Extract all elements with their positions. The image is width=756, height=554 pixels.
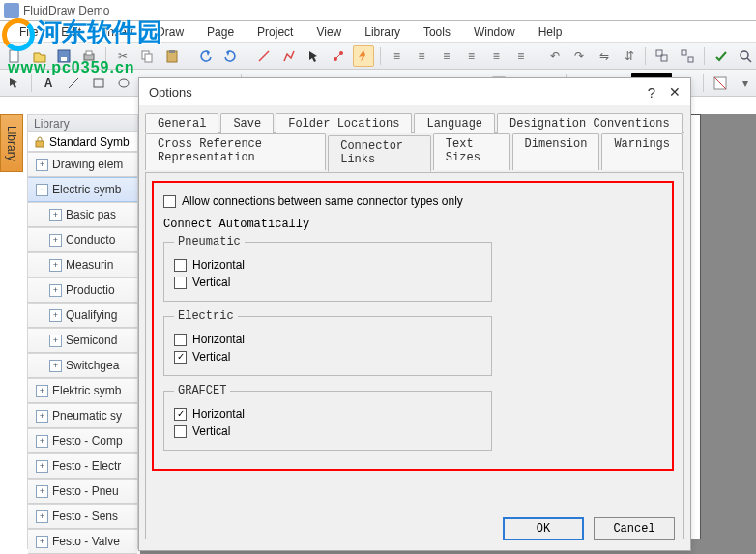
align-right-button[interactable]: ≡ xyxy=(436,45,457,67)
expand-icon[interactable]: + xyxy=(36,435,48,448)
menu-library[interactable]: Library xyxy=(353,25,412,39)
flip-v-button[interactable]: ⇵ xyxy=(619,45,640,67)
grafcet-horizontal-checkbox[interactable]: Horizontal xyxy=(174,407,481,421)
pneumatic-horizontal-label: Horizontal xyxy=(192,258,245,272)
tab-designation-conventions[interactable]: Designation Conventions xyxy=(497,113,683,133)
pointer-tool[interactable] xyxy=(304,45,325,67)
align-middle-button[interactable]: ≡ xyxy=(485,45,507,67)
pneumatic-vertical-label: Vertical xyxy=(192,276,230,289)
flip-h-button[interactable]: ⇋ xyxy=(594,45,615,67)
fill-picker[interactable] xyxy=(710,73,731,94)
align-bottom-button[interactable]: ≡ xyxy=(510,45,532,67)
pneumatic-vertical-checkbox[interactable]: Vertical xyxy=(174,276,481,289)
tab-dimension[interactable]: Dimension xyxy=(512,133,600,170)
tab-text-sizes[interactable]: Text Sizes xyxy=(433,133,510,170)
group-grafcet: GRAFCET Horizontal Vertical xyxy=(163,384,492,451)
library-item[interactable]: +Productio xyxy=(28,277,137,303)
align-left-button[interactable]: ≡ xyxy=(387,45,408,67)
allow-same-type-checkbox[interactable]: Allow connections between same connector… xyxy=(163,194,662,208)
expand-icon[interactable]: + xyxy=(49,259,62,272)
search-button[interactable] xyxy=(735,45,756,67)
expand-icon[interactable]: + xyxy=(36,159,48,171)
connect-tool[interactable] xyxy=(328,45,349,67)
cancel-button[interactable]: Cancel xyxy=(594,517,675,540)
tab-connector-links[interactable]: Connector Links xyxy=(328,135,431,172)
library-item[interactable]: +Festo - Sens xyxy=(28,504,137,529)
library-root-item[interactable]: Standard Symb xyxy=(28,132,137,152)
electric-horizontal-checkbox[interactable]: Horizontal xyxy=(174,333,481,346)
check-button[interactable] xyxy=(711,45,732,67)
allow-same-type-label: Allow connections between same connector… xyxy=(182,194,463,208)
redo-button[interactable] xyxy=(219,45,241,67)
tab-general[interactable]: General xyxy=(145,113,218,133)
checkbox-icon xyxy=(174,277,187,289)
library-item[interactable]: −Electric symb xyxy=(28,177,137,202)
expand-icon[interactable]: + xyxy=(36,536,48,548)
library-item[interactable]: +Basic pas xyxy=(28,202,137,227)
expand-icon[interactable]: + xyxy=(36,410,48,423)
library-header: Library xyxy=(28,115,137,132)
group-button[interactable] xyxy=(652,45,673,67)
ok-button[interactable]: OK xyxy=(503,517,584,540)
line-tool[interactable] xyxy=(253,45,275,67)
tab-warnings[interactable]: Warnings xyxy=(601,133,683,170)
expand-icon[interactable]: + xyxy=(49,335,62,347)
library-item[interactable]: +Festo - Comp xyxy=(28,428,137,453)
expand-icon[interactable]: + xyxy=(49,309,62,322)
tab-save[interactable]: Save xyxy=(220,113,274,133)
library-item[interactable]: +Festo - Pneu xyxy=(28,479,137,504)
menu-tools[interactable]: Tools xyxy=(412,25,462,39)
menu-view[interactable]: View xyxy=(305,25,353,39)
expand-icon[interactable]: + xyxy=(36,460,48,473)
library-item[interactable]: +Semicond xyxy=(28,328,137,353)
library-item[interactable]: +Switchgea xyxy=(28,353,137,378)
pneumatic-horizontal-checkbox[interactable]: Horizontal xyxy=(174,258,481,272)
collapse-icon[interactable]: − xyxy=(36,184,48,196)
library-item[interactable]: +Pneumatic sy xyxy=(28,403,137,428)
library-item[interactable]: +Festo - Electr xyxy=(28,453,137,479)
polyline-tool[interactable] xyxy=(278,45,300,67)
paste-button[interactable] xyxy=(161,45,183,67)
library-item[interactable]: +Drawing elem xyxy=(28,152,137,177)
library-item[interactable]: +Conducto xyxy=(28,227,137,252)
align-top-button[interactable]: ≡ xyxy=(461,45,482,67)
menu-page[interactable]: Page xyxy=(195,25,246,39)
library-vertical-tab[interactable]: Library xyxy=(0,114,23,172)
tab-language[interactable]: Language xyxy=(414,113,495,133)
align-center-button[interactable]: ≡ xyxy=(411,45,432,67)
tab-folder-locations[interactable]: Folder Locations xyxy=(276,113,412,133)
svg-rect-16 xyxy=(688,57,693,62)
electric-vertical-checkbox[interactable]: Vertical xyxy=(174,350,481,364)
special-tool[interactable] xyxy=(353,45,374,67)
library-panel: Library Standard Symb +Drawing elem−Elec… xyxy=(27,114,138,549)
tab-cross-reference[interactable]: Cross Reference Representation xyxy=(145,133,326,170)
library-item-label: Festo - Sens xyxy=(52,510,118,523)
expand-icon[interactable]: + xyxy=(36,385,48,397)
library-item-label: Festo - Electr xyxy=(52,459,121,473)
library-item[interactable]: +Measurin xyxy=(28,252,137,277)
svg-line-9 xyxy=(259,51,269,61)
undo-button[interactable] xyxy=(195,45,217,67)
expand-icon[interactable]: + xyxy=(49,234,62,247)
fill-dropdown[interactable]: ▾ xyxy=(735,73,756,94)
expand-icon[interactable]: + xyxy=(49,284,62,297)
menu-window[interactable]: Window xyxy=(462,25,527,39)
rotate-right-button[interactable]: ↷ xyxy=(568,45,590,67)
expand-icon[interactable]: + xyxy=(36,485,48,498)
library-item[interactable]: +Festo - Valve xyxy=(28,529,137,554)
menu-project[interactable]: Project xyxy=(246,25,305,39)
svg-rect-15 xyxy=(682,50,686,55)
library-item-label: Electric symb xyxy=(52,183,121,196)
expand-icon[interactable]: + xyxy=(49,209,62,221)
grafcet-vertical-checkbox[interactable]: Vertical xyxy=(174,424,481,438)
expand-icon[interactable]: + xyxy=(36,510,48,523)
dialog-help-button[interactable]: ? xyxy=(648,84,655,101)
rotate-left-button[interactable]: ↶ xyxy=(544,45,566,67)
expand-icon[interactable]: + xyxy=(49,360,62,372)
library-item[interactable]: +Elektric symb xyxy=(28,378,137,403)
library-item[interactable]: +Qualifying xyxy=(28,303,137,328)
menu-help[interactable]: Help xyxy=(527,25,574,39)
ungroup-button[interactable] xyxy=(677,45,698,67)
library-item-label: Basic pas xyxy=(66,208,116,221)
dialog-close-button[interactable]: ✕ xyxy=(669,84,681,100)
